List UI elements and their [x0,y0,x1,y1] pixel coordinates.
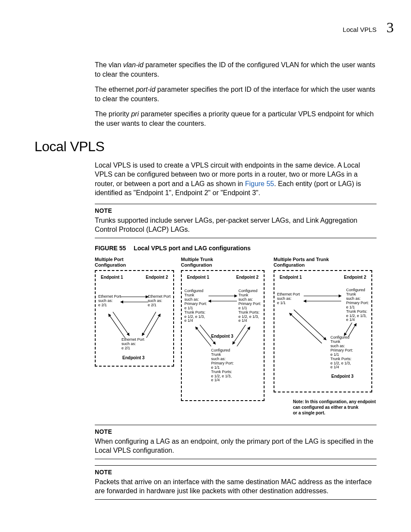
svg-line-14 [294,310,326,340]
running-head: Local VPLS [343,26,377,33]
config-box: Endpoint 1 Endpoint 2 Ethernet Port such… [95,270,174,367]
svg-line-17 [349,324,356,336]
param-port-id: port-id [136,86,155,93]
figure-caption: FIGURE 55Local VPLS port and LAG configu… [95,244,377,252]
note-label: NOTE [95,428,377,436]
arrows-icon [182,271,264,400]
body-column: The vlan vlan-id parameter specifies the… [95,60,377,128]
figure-title: Local VPLS port and LAG configurations [134,245,250,252]
paragraph-priority: The priority pri parameter specifies a p… [95,109,377,128]
paragraph-vlan: The vlan vlan-id parameter specifies the… [95,60,377,79]
arrows-icon [274,271,371,392]
svg-line-9 [196,327,211,346]
text: The priority [95,110,131,118]
svg-line-15 [290,313,322,343]
svg-line-11 [237,327,250,346]
svg-line-10 [233,325,246,344]
svg-line-8 [200,325,215,344]
page: Local VPLS 3 The vlan vlan-id parameter … [0,0,411,532]
arrows-icon [96,271,173,366]
config-box: Endpoint 1 Endpoint 2 Configured Trunk s… [181,270,265,401]
config-title: Multiple Ports and Trunk Configuration [274,257,373,268]
figure-reference[interactable]: Figure 55 [245,180,274,187]
body-column-2: Local VPLS is used to create a VPLS circ… [95,161,377,500]
text: The ethernet [95,86,136,93]
param-pri: pri [131,110,139,118]
heading-local-vpls: Local VPLS [34,139,377,155]
config-multiple-trunk: Multiple Trunk Configuration Endpoint 1 … [181,257,267,401]
paragraph-ethernet: The ethernet port-id parameter specifies… [95,85,377,103]
note-label: NOTE [95,207,377,215]
text: The vlan [95,61,123,68]
chapter-number: 3 [386,19,394,36]
figure-footnote: Note: In this configuration, any endpoin… [293,399,376,416]
note-mac-forwarding: NOTE Packets that arrive on an interface… [95,465,377,500]
config-multiple-port: Multiple Port Configuration Endpoint 1 E… [95,257,177,367]
svg-line-4 [142,312,156,336]
param-vlan-id: vlan-id [123,61,143,68]
note-lag-primary: NOTE When configuring a LAG as an endpoi… [95,425,377,459]
page-header: Local VPLS 3 [34,26,377,43]
figure-55: Multiple Port Configuration Endpoint 1 E… [95,257,379,416]
config-ports-and-trunk: Multiple Ports and Trunk Configuration E… [274,257,373,392]
note-label: NOTE [95,468,377,476]
svg-line-16 [344,323,352,336]
config-title: Multiple Port Configuration [95,257,177,268]
note-trunks: NOTE Trunks supported include server LAG… [95,204,377,238]
note-body: Packets that arrive on an interface with… [95,477,377,496]
figure-label: FIGURE 55 [95,245,126,252]
note-body: When configuring a LAG as an endpoint, o… [95,437,377,455]
config-title: Multiple Trunk Configuration [181,257,267,268]
svg-line-5 [146,314,160,338]
paragraph-intro: Local VPLS is used to create a VPLS circ… [95,161,377,198]
config-box: Endpoint 1 Endpoint 2 Ethernet Port such… [274,270,372,392]
note-body: Trunks supported include server LAGs, pe… [95,216,377,234]
